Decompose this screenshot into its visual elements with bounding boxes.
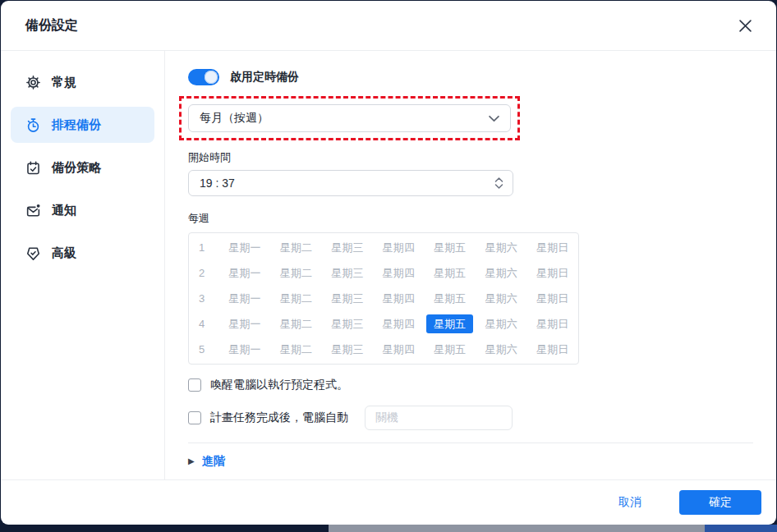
advanced-label: 進階 (202, 454, 225, 469)
week-day-cell[interactable]: 星期五 (425, 241, 476, 255)
enable-schedule-row: 啟用定時備份 (188, 69, 753, 85)
dialog-footer: 取消 確定 (1, 479, 776, 525)
scheduled-backup-panel: 啟用定時備份 每月（按週） 開始時間 19 : 37 每週 1星期 (165, 51, 776, 479)
week-row: 3星期一星期二星期三星期四星期五星期六星期日 (189, 286, 578, 311)
week-day-cell[interactable]: 星期五 (425, 266, 476, 281)
frequency-select[interactable]: 每月（按週） (188, 104, 511, 132)
sidebar-item-label: 備份策略 (52, 160, 101, 176)
week-day-cell[interactable]: 星期四 (373, 291, 424, 306)
gear-icon (25, 75, 41, 90)
week-day-cell[interactable]: 星期六 (476, 291, 526, 306)
week-day-cell[interactable]: 星期三 (322, 291, 373, 306)
sidebar-item-label: 通知 (52, 203, 76, 218)
week-row: 2星期一星期二星期三星期四星期五星期六星期日 (189, 260, 578, 286)
sidebar-item-label: 排程備份 (52, 117, 101, 133)
sidebar-item-general[interactable]: 常規 (11, 64, 154, 100)
week-day-cell[interactable]: 星期五 (425, 342, 476, 357)
calendar-check-icon (25, 160, 41, 176)
auto-action-label: 計畫任務完成後，電腦自動 (210, 410, 348, 425)
sidebar-item-notifications[interactable]: 通知 (11, 192, 154, 228)
start-time-value: 19 : 37 (200, 177, 235, 190)
week-day-cell[interactable]: 星期日 (527, 266, 578, 281)
mail-notification-icon (25, 203, 41, 218)
week-day-cell[interactable]: 星期二 (270, 241, 321, 255)
wake-computer-row: 喚醒電腦以執行預定程式。 (188, 378, 753, 392)
ok-button[interactable]: 確定 (679, 490, 761, 515)
enable-schedule-label: 啟用定時備份 (230, 70, 299, 85)
week-day-cell[interactable]: 星期日 (527, 291, 578, 306)
background-window-edge-blue (705, 525, 777, 532)
backup-settings-dialog: 備份設定 常規 (1, 1, 776, 525)
close-button[interactable] (734, 15, 756, 36)
frequency-select-value: 每月（按週） (200, 111, 269, 126)
week-day-cell[interactable]: 星期四 (373, 266, 424, 281)
week-day-cell[interactable]: 星期六 (476, 342, 526, 357)
sidebar-item-scheduled-backup[interactable]: 排程備份 (11, 107, 154, 143)
sidebar: 常規 排程備份 (1, 51, 165, 479)
week-day-cell[interactable]: 星期日 (527, 317, 578, 332)
week-day-cell[interactable]: 星期一 (219, 342, 270, 357)
week-grid: 1星期一星期二星期三星期四星期五星期六星期日2星期一星期二星期三星期四星期五星期… (188, 232, 579, 365)
week-row-number: 3 (189, 292, 219, 305)
stopwatch-icon (25, 117, 41, 133)
week-row-number: 4 (189, 318, 219, 330)
week-row: 1星期一星期二星期三星期四星期五星期六星期日 (189, 235, 578, 260)
enable-schedule-toggle[interactable] (188, 69, 219, 85)
sidebar-item-label: 常規 (52, 75, 76, 90)
week-day-cell[interactable]: 星期四 (373, 317, 424, 332)
advanced-expander[interactable]: ▶ 進階 (188, 454, 753, 469)
auto-action-input[interactable]: 關機 (365, 406, 513, 430)
chevron-down-icon (489, 115, 499, 122)
week-row: 5星期一星期二星期三星期四星期五星期六星期日 (189, 337, 578, 362)
week-day-cell[interactable]: 星期三 (322, 241, 373, 255)
week-day-cell[interactable]: 星期六 (476, 241, 526, 255)
week-day-cell[interactable]: 星期三 (322, 266, 373, 281)
auto-action-checkbox[interactable] (188, 411, 201, 424)
week-row: 4星期一星期二星期三星期四星期五星期六星期日 (189, 311, 578, 337)
week-row-number: 5 (189, 343, 219, 355)
auto-action-row: 計畫任務完成後，電腦自動 關機 (188, 406, 753, 430)
week-day-cell[interactable]: 星期五 (425, 317, 476, 332)
selected-day-pill: 星期五 (426, 314, 473, 333)
start-time-input[interactable]: 19 : 37 (188, 170, 513, 196)
week-day-cell[interactable]: 星期四 (373, 342, 424, 357)
week-row-number: 2 (189, 267, 219, 279)
auto-action-placeholder: 關機 (375, 410, 398, 425)
week-day-cell[interactable]: 星期四 (373, 241, 424, 255)
close-icon (739, 20, 752, 32)
week-day-cell[interactable]: 星期五 (425, 291, 476, 306)
week-day-cell[interactable]: 星期三 (322, 342, 373, 357)
dialog-body: 常規 排程備份 (1, 51, 776, 479)
week-day-cell[interactable]: 星期二 (270, 266, 321, 281)
toggle-knob (205, 71, 218, 84)
dialog-header: 備份設定 (1, 1, 776, 51)
sidebar-item-backup-strategy[interactable]: 備份策略 (11, 149, 154, 186)
week-row-number: 1 (189, 241, 219, 254)
start-time-label: 開始時間 (188, 150, 753, 165)
section-divider (188, 443, 753, 443)
week-day-cell[interactable]: 星期三 (322, 317, 373, 332)
week-day-cell[interactable]: 星期二 (270, 317, 321, 332)
week-day-cell[interactable]: 星期一 (219, 241, 270, 255)
chevron-down-icon (494, 184, 503, 189)
badge-check-icon (25, 245, 41, 261)
week-day-cell[interactable]: 星期日 (527, 342, 578, 357)
highlighted-region: 每月（按週） (179, 96, 520, 140)
week-day-cell[interactable]: 星期二 (270, 342, 321, 357)
sidebar-item-advanced[interactable]: 高級 (11, 235, 154, 271)
week-day-cell[interactable]: 星期六 (476, 317, 526, 332)
week-day-cell[interactable]: 星期二 (270, 291, 321, 306)
background-window-edge-gray (329, 525, 705, 532)
week-day-cell[interactable]: 星期六 (476, 266, 526, 281)
wake-computer-label: 喚醒電腦以執行預定程式。 (210, 378, 348, 392)
weekly-label: 每週 (188, 211, 753, 226)
week-day-cell[interactable]: 星期一 (219, 317, 270, 332)
triangle-right-icon: ▶ (188, 457, 195, 466)
time-stepper[interactable] (494, 177, 503, 189)
week-day-cell[interactable]: 星期日 (527, 241, 578, 255)
sidebar-item-label: 高級 (52, 245, 76, 261)
week-day-cell[interactable]: 星期一 (219, 266, 270, 281)
week-day-cell[interactable]: 星期一 (219, 291, 270, 306)
cancel-button[interactable]: 取消 (618, 495, 641, 510)
wake-computer-checkbox[interactable] (188, 378, 201, 392)
